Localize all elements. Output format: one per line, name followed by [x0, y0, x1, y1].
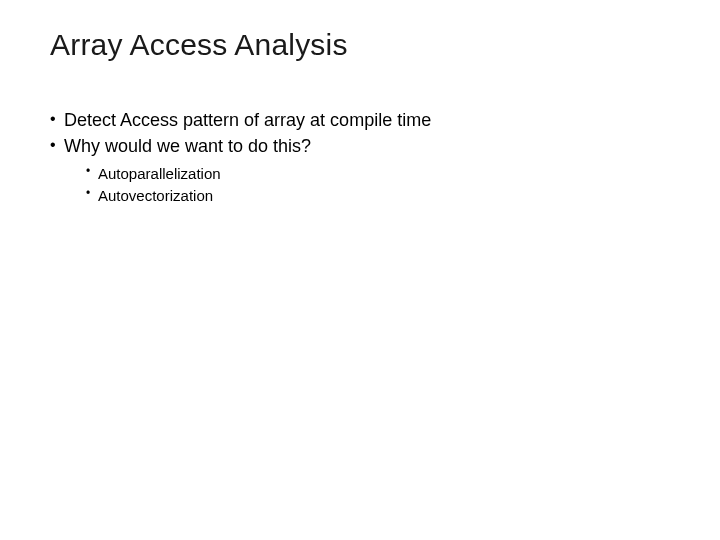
sub-bullet-item: Autovectorization — [86, 185, 670, 206]
bullet-text: Why would we want to do this? — [64, 136, 311, 156]
bullet-text: Detect Access pattern of array at compil… — [64, 110, 431, 130]
sub-bullet-text: Autoparallelization — [98, 165, 221, 182]
slide-title: Array Access Analysis — [50, 28, 670, 62]
sub-bullet-text: Autovectorization — [98, 187, 213, 204]
bullet-item: Why would we want to do this? Autoparall… — [50, 134, 670, 205]
sub-bullet-list: Autoparallelization Autovectorization — [86, 163, 670, 206]
bullet-item: Detect Access pattern of array at compil… — [50, 108, 670, 132]
bullet-list: Detect Access pattern of array at compil… — [50, 108, 670, 206]
sub-bullet-item: Autoparallelization — [86, 163, 670, 184]
slide: Array Access Analysis Detect Access patt… — [0, 0, 720, 540]
